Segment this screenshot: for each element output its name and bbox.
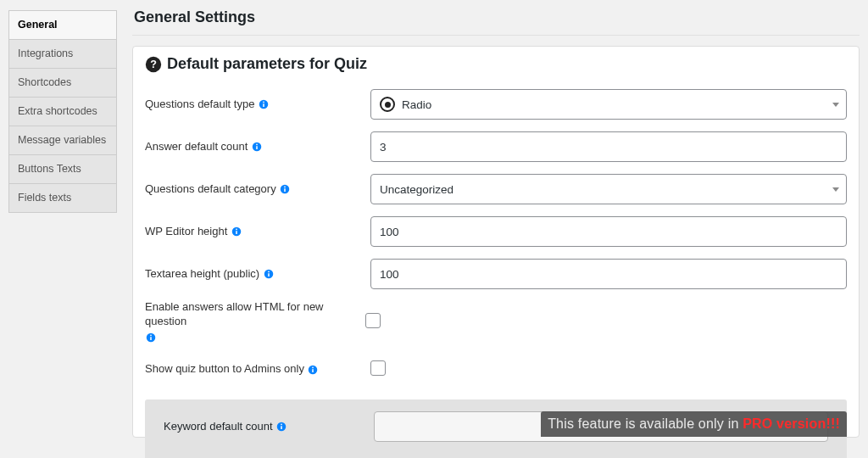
default-parameters-panel: ? Default parameters for Quiz Questions …: [132, 46, 860, 438]
field-label: Enable answers allow HTML for new questi…: [145, 300, 365, 329]
field-label: Keyword default count: [164, 420, 273, 433]
field-label: WP Editor height: [145, 225, 227, 239]
svg-rect-25: [281, 423, 282, 425]
settings-sidebar: General Integrations Shortcodes Extra sh…: [8, 10, 117, 451]
sidebar-item-general[interactable]: General: [8, 10, 117, 39]
svg-rect-4: [263, 102, 264, 103]
svg-rect-21: [313, 369, 314, 372]
svg-rect-10: [284, 187, 286, 188]
pro-banner-prefix: This feature is available only in: [548, 416, 743, 431]
sidebar-item-message-variables[interactable]: Message variables: [8, 126, 117, 154]
svg-rect-22: [313, 366, 314, 368]
answer-default-count-input[interactable]: [370, 131, 847, 162]
svg-rect-9: [284, 188, 286, 192]
field-label: Answer default count: [145, 140, 248, 154]
panel-title-row: ? Default parameters for Quiz: [133, 47, 859, 78]
panel-title-text: Default parameters for Quiz: [167, 55, 367, 73]
info-icon[interactable]: [280, 183, 291, 194]
sidebar-item-label: Extra shortcodes: [18, 105, 97, 117]
sidebar-item-fields-texts[interactable]: Fields texts: [8, 183, 117, 213]
radio-icon: [380, 97, 395, 112]
sidebar-item-extra-shortcodes[interactable]: Extra shortcodes: [8, 97, 117, 126]
pro-banner-highlight: PRO version!!!: [743, 416, 840, 431]
row-enable-answers-allow-html: Enable answers allow HTML for new questi…: [145, 295, 847, 349]
show-quiz-button-admins-only-checkbox[interactable]: [370, 360, 386, 376]
sidebar-item-shortcodes[interactable]: Shortcodes: [8, 68, 117, 97]
row-textarea-height-public: Textarea height (public): [145, 253, 847, 295]
sidebar-item-buttons-texts[interactable]: Buttons Texts: [8, 154, 117, 183]
divider: [132, 35, 860, 36]
svg-rect-12: [236, 231, 237, 234]
field-label: Show quiz button to Admins only: [145, 362, 304, 377]
chevron-down-icon: [832, 103, 839, 107]
row-wp-editor-height: WP Editor height: [145, 210, 847, 253]
help-icon[interactable]: ?: [145, 56, 162, 73]
sidebar-item-label: Shortcodes: [18, 76, 71, 88]
main-content: General Settings ? Default parameters fo…: [132, 7, 860, 451]
svg-rect-3: [263, 103, 264, 107]
row-answer-default-count: Answer default count: [145, 126, 847, 168]
sidebar-item-label: General: [18, 19, 58, 31]
info-icon[interactable]: [258, 98, 269, 109]
row-show-quiz-button-admins-only: Show quiz button to Admins only: [145, 349, 847, 391]
svg-rect-16: [268, 271, 270, 273]
info-icon[interactable]: [276, 421, 287, 432]
sidebar-item-label: Buttons Texts: [18, 163, 81, 175]
chevron-down-icon: [832, 187, 839, 192]
pro-version-banner[interactable]: This feature is available only in PRO ve…: [541, 411, 847, 437]
page-title: General Settings: [134, 7, 860, 26]
svg-rect-13: [236, 229, 237, 231]
questions-default-type-select[interactable]: Radio: [370, 89, 847, 120]
info-icon[interactable]: [145, 332, 156, 344]
svg-rect-15: [268, 273, 270, 276]
wp-editor-height-input[interactable]: [370, 216, 847, 247]
svg-rect-18: [150, 338, 152, 341]
sidebar-item-label: Fields texts: [18, 192, 71, 204]
svg-rect-7: [256, 144, 258, 146]
sidebar-item-label: Message variables: [18, 134, 106, 146]
enable-answers-allow-html-checkbox[interactable]: [365, 313, 381, 328]
info-icon[interactable]: [231, 226, 242, 237]
info-icon[interactable]: [308, 364, 319, 375]
select-value: Uncategorized: [380, 183, 453, 196]
field-label: Questions default category: [145, 182, 276, 197]
svg-rect-24: [281, 426, 282, 429]
svg-rect-6: [256, 146, 258, 149]
field-label: Textarea height (public): [145, 267, 259, 282]
svg-text:?: ?: [150, 59, 157, 70]
row-questions-default-category: Questions default category Uncategorized: [145, 168, 847, 210]
svg-rect-19: [150, 335, 152, 337]
sidebar-item-label: Integrations: [18, 47, 73, 59]
info-icon[interactable]: [251, 141, 262, 152]
textarea-height-public-input[interactable]: [370, 259, 847, 289]
select-value: Radio: [402, 98, 431, 111]
row-questions-default-type: Questions default type Radio: [145, 83, 847, 126]
field-label: Questions default type: [145, 98, 254, 112]
questions-default-category-select[interactable]: Uncategorized: [370, 174, 847, 204]
info-icon[interactable]: [263, 268, 274, 279]
sidebar-item-integrations[interactable]: Integrations: [8, 39, 117, 68]
